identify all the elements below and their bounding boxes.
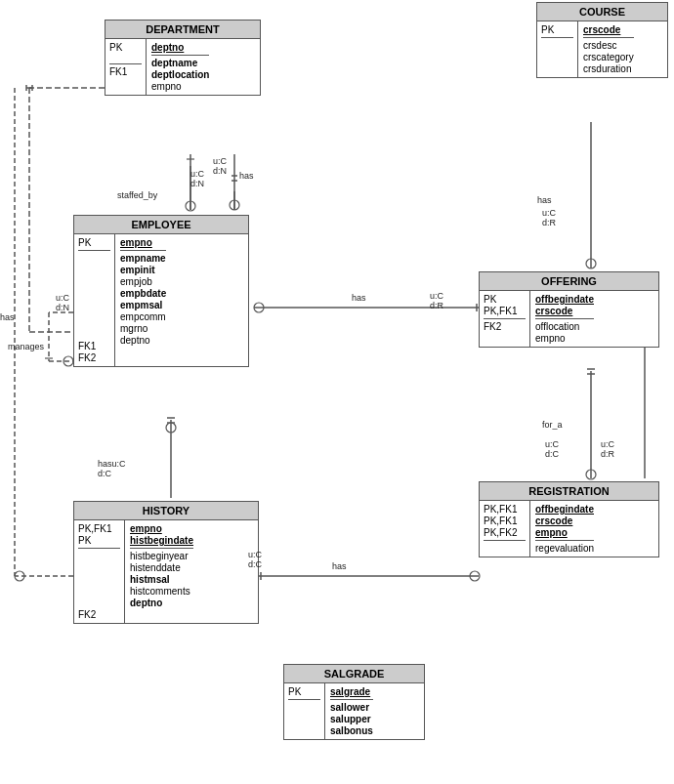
hist-pk-label: PK — [78, 535, 120, 546]
department-title: DEPARTMENT — [105, 21, 260, 39]
employee-entity: EMPLOYEE PK FK1 FK2 empno empname empini… — [73, 215, 249, 367]
emp-attr-empinit: empinit — [120, 265, 166, 275]
off-fk2-label: FK2 — [484, 321, 526, 332]
registration-title: REGISTRATION — [480, 482, 658, 501]
course-entity: COURSE PK crscode crsdesc crscategory cr… — [536, 2, 668, 78]
course-title: COURSE — [537, 3, 667, 21]
emp-attr-empbdate: empbdate — [120, 288, 166, 299]
emp-pk-field: empno — [120, 237, 166, 248]
label-manages: manages — [8, 342, 44, 351]
reg-pkfk1a-label: PK,FK1 — [484, 504, 526, 515]
svg-point-7 — [186, 201, 195, 211]
svg-point-29 — [586, 470, 596, 479]
course-attr-crsduration: crsduration — [583, 63, 634, 74]
label-has-emp-hist: hasu:Cd:C — [98, 459, 126, 478]
dept-pk-field: deptno — [151, 42, 209, 53]
reg-attr-regevaluation: regevaluation — [535, 543, 594, 554]
sal-attr-salbonus: salbonus — [330, 725, 373, 736]
emp-attr-empmsal: empmsal — [120, 300, 166, 310]
svg-point-37 — [470, 571, 480, 581]
label-uc-dr-emp: u:Cd:R — [430, 291, 443, 310]
emp-attr-empname: empname — [120, 253, 166, 264]
off-fk2-field: empno — [535, 333, 594, 344]
label-has-course: has — [537, 195, 552, 205]
svg-point-40 — [15, 571, 24, 581]
label-uc-dr-reg2: u:Cd:R — [601, 439, 614, 459]
hist-attr-histbegyear: histbeginyear — [130, 551, 193, 561]
dept-fk1-field: empno — [151, 81, 209, 92]
course-pk-field: crscode — [583, 24, 634, 35]
off-pkfk1-field: crscode — [535, 306, 594, 316]
off-pkfk1-label: PK,FK1 — [484, 306, 526, 316]
course-pk-label: PK — [541, 24, 573, 35]
emp-attr-empcomm: empcomm — [120, 311, 166, 322]
label-uc-dn-dept: u:Cd:N — [190, 169, 204, 188]
reg-pk-field2: crscode — [535, 516, 594, 526]
course-attr-crscategory: crscategory — [583, 52, 634, 62]
dept-pk-label: PK — [109, 42, 142, 53]
emp-attr-mgrno: mgrno — [120, 323, 166, 334]
sal-attr-salupper: salupper — [330, 714, 373, 724]
hist-attr-histmsal: histmsal — [130, 574, 193, 585]
employee-title: EMPLOYEE — [74, 216, 248, 234]
svg-point-33 — [166, 423, 176, 433]
hist-pk-field2: histbegindate — [130, 535, 193, 546]
label-has-dept-emp: has — [239, 171, 254, 181]
off-pk-field: offbegindate — [535, 294, 594, 305]
label-staffed-by: staffed_by — [117, 190, 157, 200]
label-has-hist-reg: has — [332, 561, 347, 571]
dept-attr-deptlocation: deptlocation — [151, 69, 209, 80]
svg-point-21 — [254, 303, 264, 312]
offering-title: OFFERING — [480, 272, 658, 291]
diagram-container: DEPARTMENT PK FK1 deptno deptname deptlo… — [0, 0, 674, 784]
reg-pk-field3: empno — [535, 527, 594, 538]
emp-fk1-label: FK1 — [78, 341, 110, 351]
label-uc-dc-reg: u:Cd:C — [545, 439, 559, 459]
label-has-emp-off: has — [352, 293, 366, 303]
hist-attr-histenddate: histenddate — [130, 562, 193, 573]
emp-pk-label: PK — [78, 237, 110, 248]
svg-point-19 — [63, 356, 73, 366]
label-has-left: has — [0, 312, 15, 322]
salgrade-title: SALGRADE — [284, 665, 424, 683]
reg-pkfk1b-label: PK,FK1 — [484, 516, 526, 526]
hist-pkfk1-label: PK,FK1 — [78, 523, 120, 534]
offering-entity: OFFERING PK PK,FK1 FK2 offbegindate crsc… — [479, 271, 659, 348]
salgrade-entity: SALGRADE PK salgrade sallower salupper s… — [283, 664, 425, 740]
label-uc-dr-course: u:Cd:R — [542, 208, 556, 227]
off-pk-label: PK — [484, 294, 526, 305]
label-uc-dc-hist: u:Cd:C — [248, 550, 262, 569]
reg-pkfk2-label: PK,FK2 — [484, 527, 526, 538]
dept-attr-deptname: deptname — [151, 58, 209, 68]
dept-fk1-label: FK1 — [109, 66, 142, 77]
off-attr-offlocation: offlocation — [535, 321, 594, 332]
course-attr-crsdesc: crsdesc — [583, 40, 634, 51]
label-uc-dn-left: u:Cd:N — [56, 293, 69, 312]
emp-attr-deptno: deptno — [120, 335, 166, 346]
history-title: HISTORY — [74, 502, 258, 520]
reg-pk-field1: offbegindate — [535, 504, 594, 515]
hist-attr-histcomments: histcomments — [130, 586, 193, 597]
sal-pk-label: PK — [288, 686, 320, 697]
label-uc-dn-dept2: u:Cd:N — [213, 156, 227, 176]
hist-pk-field1: empno — [130, 523, 193, 534]
history-entity: HISTORY PK,FK1 PK FK2 empno histbegindat… — [73, 501, 259, 624]
sal-pk-field: salgrade — [330, 686, 373, 697]
hist-fk2-label: FK2 — [78, 609, 120, 620]
hist-fk2-field: deptno — [130, 598, 193, 608]
emp-attr-empjob: empjob — [120, 276, 166, 287]
svg-point-25 — [586, 259, 596, 268]
label-for-a: for_a — [542, 420, 563, 430]
emp-fk2-label: FK2 — [78, 352, 110, 363]
department-entity: DEPARTMENT PK FK1 deptno deptname deptlo… — [105, 20, 261, 96]
sal-attr-sallower: sallower — [330, 702, 373, 713]
svg-point-4 — [230, 200, 239, 210]
registration-entity: REGISTRATION PK,FK1 PK,FK1 PK,FK2 offbeg… — [479, 481, 659, 557]
